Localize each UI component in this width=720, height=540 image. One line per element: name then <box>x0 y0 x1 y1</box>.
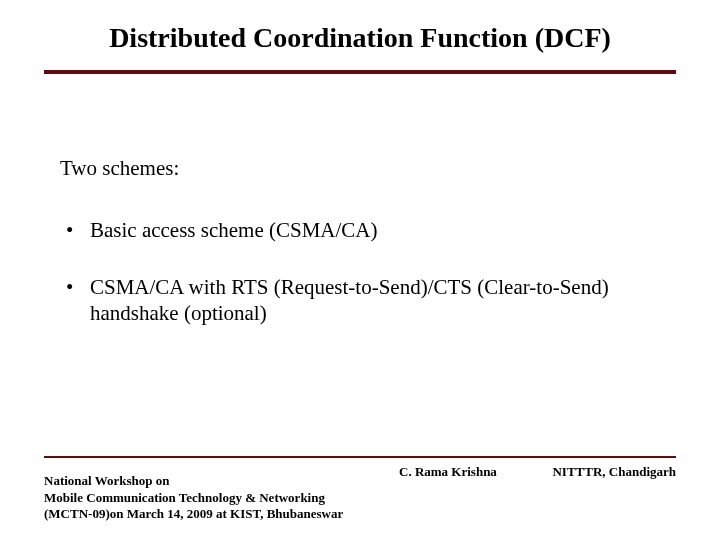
bullet-text: Basic access scheme (CSMA/CA) <box>90 217 660 243</box>
bullet-item: • CSMA/CA with RTS (Request-to-Send)/CTS… <box>60 274 660 327</box>
bullet-item: • Basic access scheme (CSMA/CA) <box>60 217 660 243</box>
bullet-dot-icon: • <box>60 217 90 243</box>
slide-title: Distributed Coordination Function (DCF) <box>0 22 720 54</box>
slide-body: Two schemes: • Basic access scheme (CSMA… <box>60 155 660 356</box>
footer-right: NITTTR, Chandigarh <box>516 464 676 480</box>
title-divider <box>44 70 676 74</box>
footer-left-line: National Workshop on <box>44 473 384 489</box>
slide: Distributed Coordination Function (DCF) … <box>0 0 720 540</box>
bullet-dot-icon: • <box>60 274 90 327</box>
intro-text: Two schemes: <box>60 155 660 181</box>
footer-left-line: Mobile Communication Technology & Networ… <box>44 490 384 506</box>
bullet-text: CSMA/CA with RTS (Request-to-Send)/CTS (… <box>90 274 660 327</box>
footer-left-line: (MCTN-09)on March 14, 2009 at KIST, Bhub… <box>44 506 384 522</box>
footer-divider <box>44 456 676 458</box>
footer-left: National Workshop on Mobile Communicatio… <box>44 473 384 522</box>
